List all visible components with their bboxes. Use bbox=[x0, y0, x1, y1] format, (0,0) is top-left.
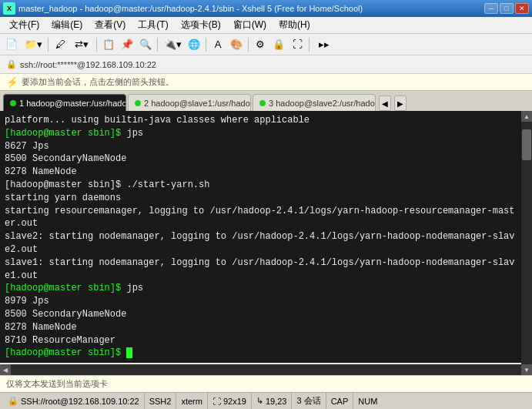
toolbar-separator-2 bbox=[96, 38, 97, 52]
tab-dot-2 bbox=[135, 100, 141, 106]
terminal[interactable]: platform... using builtin-java classes w… bbox=[0, 111, 532, 363]
vertical-scrollbar[interactable]: ▲ ▼ bbox=[521, 111, 532, 375]
new-tab-button[interactable]: 📄 bbox=[3, 36, 20, 53]
window-controls: ─ □ ✕ bbox=[484, 3, 529, 14]
toolbar-separator-1 bbox=[48, 38, 49, 52]
toolbar-separator-3 bbox=[157, 38, 158, 52]
globe-button[interactable]: 🌐 bbox=[186, 36, 202, 53]
scroll-up-button[interactable]: ▲ bbox=[521, 111, 532, 122]
toolbar: 📄 📁▾ 🖊 ⇄▾ 📋 📌 🔍 🔌▾ 🌐 A 🎨 ⚙ 🔒 ⛶ ▸▸ bbox=[0, 34, 532, 55]
terminal-line: 8979 Jps bbox=[5, 295, 527, 308]
status-protocol: SSH2 bbox=[145, 393, 177, 409]
tab-1[interactable]: 1 hadoop@master:/usr/hado... bbox=[3, 94, 126, 111]
terminal-content: platform... using builtin-java classes w… bbox=[5, 114, 527, 360]
terminal-line: [hadoop@master sbin]$ jps bbox=[5, 282, 527, 295]
terminal-line: slave1: starting nodemanager, logging to… bbox=[5, 256, 527, 270]
info-text: 要添加当前会话，点击左侧的箭头按钮。 bbox=[22, 76, 174, 88]
horizontal-scrollbar[interactable]: ◀ ▶ bbox=[0, 364, 532, 375]
menu-item-b[interactable]: 选项卡(B) bbox=[175, 17, 227, 33]
terminal-wrapper: platform... using builtin-java classes w… bbox=[0, 111, 532, 375]
terminal-cursor bbox=[126, 347, 132, 358]
transfer-button[interactable]: ⇄▾ bbox=[70, 36, 93, 53]
tab-scroll-left[interactable]: ◀ bbox=[379, 96, 391, 111]
lock-icon: 🔒 bbox=[6, 59, 17, 69]
status-sessions: 3 会话 bbox=[292, 393, 326, 409]
terminal-main[interactable]: platform... using builtin-java classes w… bbox=[0, 111, 532, 364]
status-size-text: 92x19 bbox=[223, 397, 246, 406]
tab-scroll-right[interactable]: ▶ bbox=[394, 96, 407, 111]
minimize-button[interactable]: ─ bbox=[484, 3, 498, 14]
terminal-line: starting resourcemanager, logging to /us… bbox=[5, 205, 527, 218]
status-sessions-text: 3 会话 bbox=[296, 395, 320, 407]
status-size: ⛶ 92x19 bbox=[208, 393, 252, 409]
status-bar: 🔒 SSH://root@192.168.109.10:22 SSH2 xter… bbox=[0, 392, 532, 409]
toolbar-separator-5 bbox=[248, 38, 249, 52]
scroll-thumb-v[interactable] bbox=[522, 129, 531, 160]
settings-button[interactable]: ⚙ bbox=[252, 36, 269, 53]
terminal-line: slave2: starting nodemanager, logging to… bbox=[5, 230, 527, 243]
tab-bar: 1 hadoop@master:/usr/hado... 2 hadoop@sl… bbox=[0, 91, 532, 111]
toolbar-separator-6 bbox=[309, 38, 309, 52]
status-position-text: 19,23 bbox=[266, 397, 287, 406]
status-position: ↳ 19,23 bbox=[252, 393, 293, 409]
address-text: ssh://root:******@192.168.109.10:22 bbox=[20, 60, 156, 69]
properties-button[interactable]: 🖊 bbox=[52, 36, 69, 53]
copy-button[interactable]: 📋 bbox=[100, 36, 117, 53]
terminal-line: er.out bbox=[5, 217, 527, 230]
terminal-line: 8278 NameNode bbox=[5, 166, 527, 179]
toolbar-separator-4 bbox=[206, 38, 206, 52]
tab-dot-1 bbox=[10, 100, 16, 106]
menu-item-e[interactable]: 编辑(E) bbox=[45, 17, 89, 33]
security-button[interactable]: 🔒 bbox=[270, 36, 287, 53]
terminal-line: 8500 SecondaryNameNode bbox=[5, 153, 527, 166]
menu-item-f[interactable]: 文件(F) bbox=[3, 17, 45, 33]
tab-label-3: 3 hadoop@slave2:/usr/hado. bbox=[269, 99, 376, 108]
terminal-line: 8710 ResourceManager bbox=[5, 334, 527, 347]
tab-3[interactable]: 3 hadoop@slave2:/usr/hado. bbox=[253, 94, 376, 111]
scroll-down-button[interactable]: ▼ bbox=[521, 364, 532, 375]
scroll-track-h[interactable] bbox=[11, 364, 521, 375]
menu-bar: 文件(F)编辑(E)查看(V)工具(T)选项卡(B)窗口(W)帮助(H) bbox=[0, 17, 532, 34]
open-button[interactable]: 📁▾ bbox=[22, 36, 45, 53]
scroll-track-v[interactable] bbox=[521, 122, 532, 364]
bottom-info-bar: 仅将文本发送到当前选项卡 bbox=[0, 375, 532, 392]
maximize-button[interactable]: □ bbox=[500, 3, 514, 14]
close-button[interactable]: ✕ bbox=[515, 3, 529, 14]
info-bar: ⚡ 要添加当前会话，点击左侧的箭头按钮。 bbox=[0, 74, 532, 91]
extra-button[interactable]: ▸▸ bbox=[313, 36, 336, 53]
status-size-icon: ⛶ bbox=[212, 397, 221, 406]
tab-2[interactable]: 2 hadoop@slave1:/usr/hado... bbox=[128, 94, 251, 111]
connect-button[interactable]: 🔌▾ bbox=[161, 36, 184, 53]
status-num-text: NUM bbox=[358, 397, 377, 406]
paste-button[interactable]: 📌 bbox=[119, 36, 136, 53]
terminal-line: 8278 NameNode bbox=[5, 321, 527, 334]
tab-dot-3 bbox=[259, 100, 266, 106]
terminal-line: e1.out bbox=[5, 270, 527, 283]
scroll-left-button[interactable]: ◀ bbox=[0, 364, 11, 375]
info-icon: ⚡ bbox=[6, 76, 18, 88]
title-bar: X master_hadoop - hadoop@master:/usr/had… bbox=[0, 0, 532, 17]
status-num: NUM bbox=[353, 393, 382, 409]
title-text: master_hadoop - hadoop@master:/usr/hadoo… bbox=[18, 4, 484, 13]
menu-item-w[interactable]: 窗口(W) bbox=[227, 17, 273, 33]
terminal-line: platform... using builtin-java classes w… bbox=[5, 114, 527, 127]
status-address-text: SSH://root@192.168.109.10:22 bbox=[21, 397, 139, 406]
fullscreen-button[interactable]: ⛶ bbox=[289, 36, 306, 53]
bottom-info-text: 仅将文本发送到当前选项卡 bbox=[6, 378, 108, 390]
menu-item-t[interactable]: 工具(T) bbox=[132, 17, 174, 33]
find-button[interactable]: 🔍 bbox=[137, 36, 154, 53]
status-terminal-type: xterm bbox=[176, 393, 208, 409]
menu-item-h[interactable]: 帮助(H) bbox=[273, 17, 316, 33]
terminal-line: [hadoop@master sbin]$ bbox=[5, 347, 527, 360]
address-bar: 🔒 ssh://root:******@192.168.109.10:22 bbox=[0, 55, 532, 74]
terminal-line: e2.out bbox=[5, 243, 527, 256]
font-button[interactable]: A bbox=[209, 36, 226, 53]
color-button[interactable]: 🎨 bbox=[228, 36, 245, 53]
app-icon: X bbox=[3, 2, 15, 15]
tab-label-1: 1 hadoop@master:/usr/hado... bbox=[19, 99, 126, 108]
terminal-line: 8500 SecondaryNameNode bbox=[5, 308, 527, 321]
status-address: 🔒 SSH://root@192.168.109.10:22 bbox=[3, 393, 145, 409]
status-lock-icon: 🔒 bbox=[8, 396, 18, 406]
terminal-line: [hadoop@master sbin]$ ./start-yarn.sh bbox=[5, 179, 527, 192]
menu-item-v[interactable]: 查看(V) bbox=[89, 17, 132, 33]
